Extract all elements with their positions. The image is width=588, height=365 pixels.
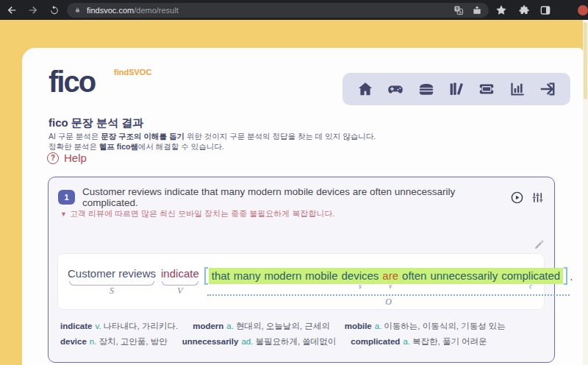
vocab-entry: moderna.현대의, 오늘날의, 근세의 bbox=[193, 322, 330, 330]
translation-text: 고객 리뷰에 따르면 많은 최신 모바일 장치는 종종 불필요하게 복잡합니다. bbox=[70, 209, 335, 218]
pencil-icon bbox=[533, 239, 545, 251]
sign-in-icon bbox=[539, 80, 556, 98]
extensions-icon[interactable] bbox=[518, 4, 530, 16]
vocab-word: complicated bbox=[351, 337, 400, 346]
clause-word[interactable]: complicatedc bbox=[501, 269, 560, 282]
subject-text: Customer reviews bbox=[68, 267, 156, 280]
edit-button[interactable] bbox=[533, 239, 545, 251]
nav-games-button[interactable] bbox=[387, 80, 404, 98]
description-line-2: 정확한 분석은 헬프 fico쌤에서 해결할 수 있습니다. bbox=[49, 142, 224, 152]
profile-avatar[interactable] bbox=[578, 5, 588, 15]
share-icon[interactable] bbox=[472, 5, 482, 15]
vocab-word: device bbox=[60, 337, 87, 346]
analysis-box: Customer reviews S indicate V thatmanymo… bbox=[57, 253, 545, 310]
clause-word[interactable]: arev bbox=[382, 269, 398, 282]
vocab-pos: a. bbox=[226, 322, 234, 330]
vocab-word: indicate bbox=[60, 322, 92, 330]
back-icon[interactable] bbox=[6, 4, 18, 16]
star-icon[interactable] bbox=[495, 4, 507, 16]
verb-label: V bbox=[177, 286, 182, 297]
scrollbar-thumb[interactable] bbox=[584, 22, 587, 99]
vocab-pos: ad. bbox=[241, 337, 253, 346]
translation-row[interactable]: ▼고객 리뷰에 따르면 많은 최신 모바일 장치는 종종 불필요하게 복잡합니다… bbox=[60, 208, 334, 219]
site-logo[interactable]: fico findSVOC bbox=[49, 65, 166, 102]
sentence-row: 1 Customer reviews indicate that many mo… bbox=[58, 186, 545, 208]
clause-word[interactable]: modern bbox=[264, 269, 301, 282]
vocab-definition: 불필요하게, 쓸데없이 bbox=[255, 337, 336, 346]
subject-label: S bbox=[110, 286, 114, 297]
vocab-definition: 복잡한, 풀기 어려운 bbox=[412, 337, 487, 346]
vocab-definition: 장치, 고안품, 방안 bbox=[98, 337, 167, 346]
play-audio-button[interactable] bbox=[510, 191, 524, 205]
vocab-entry: devicen.장치, 고안품, 방안 bbox=[60, 337, 168, 346]
burger-icon bbox=[417, 80, 435, 98]
vocab-word: modern bbox=[193, 322, 223, 330]
vocab-pos: v. bbox=[95, 322, 101, 330]
ticket-icon bbox=[478, 80, 495, 98]
vocab-pos: a. bbox=[403, 337, 410, 346]
nav-library-button[interactable] bbox=[448, 80, 465, 98]
translate-icon[interactable] bbox=[453, 5, 464, 15]
vocab-list: indicatev.나타내다, 가리키다.moderna.현대의, 오늘날의, … bbox=[60, 319, 544, 349]
play-circle-icon bbox=[510, 191, 524, 205]
sentence-number-badge: 1 bbox=[58, 190, 75, 205]
bar-chart-icon bbox=[509, 80, 526, 98]
vocab-word: unnecessarily bbox=[182, 337, 239, 346]
object-clause-words: thatmanymodernmobiledevicessarevoftenunn… bbox=[209, 268, 563, 284]
help-link[interactable]: ? Help bbox=[47, 152, 87, 164]
vocab-entry: indicatev.나타내다, 가리키다. bbox=[60, 322, 178, 330]
nav-ticket-button[interactable] bbox=[478, 80, 495, 98]
close-bracket bbox=[564, 267, 567, 285]
books-icon bbox=[448, 80, 465, 98]
vocab-entry: complicateda.복잡한, 풀기 어려운 bbox=[351, 337, 487, 346]
clause-word[interactable]: many bbox=[234, 269, 261, 282]
nav-home-button[interactable] bbox=[356, 80, 374, 98]
vocab-definition: 현대의, 오늘날의, 근세의 bbox=[236, 322, 330, 330]
reload-icon[interactable] bbox=[49, 4, 60, 16]
object-dotted-underline bbox=[207, 294, 570, 296]
word-role-label: s bbox=[359, 283, 362, 291]
vocab-word: mobile bbox=[345, 322, 372, 330]
page: findsvoc.com/demo/result fico fi bbox=[0, 0, 588, 365]
collapse-triangle-icon: ▼ bbox=[60, 210, 67, 218]
sentence-analysis-card: 1 Customer reviews indicate that many mo… bbox=[48, 177, 555, 363]
url-host: findsvoc.com bbox=[87, 6, 134, 15]
clause-word[interactable]: often bbox=[402, 269, 426, 282]
logo-superscript: findSVOC bbox=[114, 68, 151, 77]
clause-word[interactable]: unnecessarily bbox=[430, 269, 498, 282]
scrollbar[interactable] bbox=[583, 20, 588, 365]
subject-unit[interactable]: Customer reviews S bbox=[68, 267, 156, 297]
verb-unit[interactable]: indicate V bbox=[161, 267, 199, 297]
object-clause-unit[interactable]: thatmanymodernmobiledevicessarevoftenunn… bbox=[204, 267, 573, 308]
help-label: Help bbox=[64, 152, 87, 164]
vocab-pos: n. bbox=[90, 337, 97, 346]
url-text: findsvoc.com/demo/result bbox=[87, 6, 179, 15]
sliders-icon bbox=[531, 191, 545, 205]
sentence-period: . bbox=[570, 270, 573, 283]
clause-word[interactable]: that bbox=[212, 269, 230, 282]
nav-stats-button[interactable] bbox=[509, 80, 526, 98]
browser-chrome: findsvoc.com/demo/result bbox=[0, 0, 588, 20]
word-role-label: v bbox=[389, 283, 392, 291]
object-label: O bbox=[385, 297, 392, 308]
lock-icon bbox=[74, 6, 82, 14]
home-icon bbox=[356, 80, 374, 98]
question-circle-icon: ? bbox=[47, 152, 59, 164]
vocab-definition: 이동하는, 이동식의, 기동성 있는 bbox=[384, 322, 505, 330]
sentence-text: Customer reviews indicate that many mode… bbox=[82, 186, 503, 208]
word-role-label: c bbox=[529, 283, 532, 291]
sidebar-icon[interactable] bbox=[539, 4, 551, 16]
vocab-entry: unnecessarilyad.불필요하게, 쓸데없이 bbox=[182, 337, 337, 346]
vocab-definition: 나타내다, 가리키다. bbox=[104, 322, 179, 330]
clause-word[interactable]: mobile bbox=[305, 269, 337, 282]
clause-word[interactable]: devicess bbox=[342, 269, 379, 282]
nav-burger-button[interactable] bbox=[417, 80, 435, 98]
verb-text: indicate bbox=[161, 267, 199, 280]
nav-signin-button[interactable] bbox=[539, 80, 556, 98]
forward-icon[interactable] bbox=[27, 4, 39, 16]
address-bar[interactable]: findsvoc.com/demo/result bbox=[67, 3, 489, 18]
vocab-pos: a. bbox=[375, 322, 382, 330]
settings-sliders-button[interactable] bbox=[531, 191, 545, 205]
page-title: fico 문장 분석 결과 bbox=[49, 116, 143, 130]
main-content-card: fico findSVOC bbox=[22, 48, 583, 365]
